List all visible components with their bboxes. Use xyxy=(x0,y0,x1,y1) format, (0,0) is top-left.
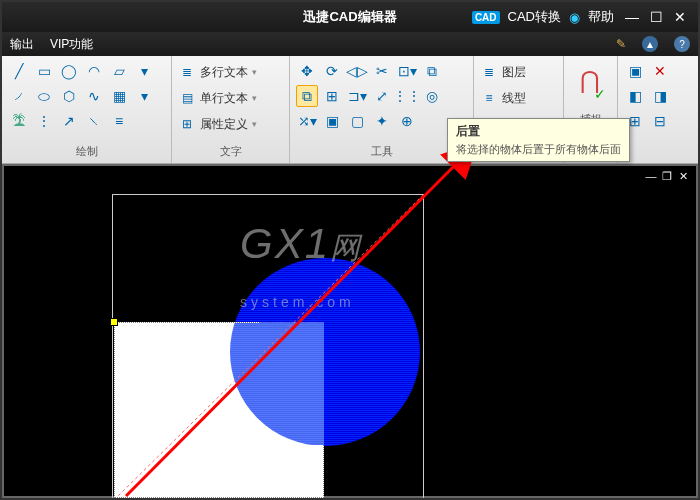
group-label-tools: 工具 xyxy=(296,142,467,161)
spline-icon[interactable]: ∿ xyxy=(83,85,105,107)
help-icon[interactable]: ◉ xyxy=(569,10,580,25)
mirror-icon[interactable]: ◁▷ xyxy=(346,60,368,82)
front-icon[interactable]: ▣ xyxy=(321,110,343,132)
close-button[interactable]: ✕ xyxy=(670,9,690,25)
array-icon[interactable]: ⋮⋮ xyxy=(396,85,418,107)
misc1-icon[interactable]: ▣ xyxy=(624,60,646,82)
point-icon[interactable]: ⋮ xyxy=(33,110,55,132)
layer-button[interactable]: ≣图层 xyxy=(480,60,557,84)
menu-output[interactable]: 输出 xyxy=(10,36,34,53)
scale-icon[interactable]: ⤢ xyxy=(371,85,393,107)
hatch-icon[interactable]: ▦ xyxy=(108,85,130,107)
polyline-icon[interactable]: ⟋ xyxy=(8,85,30,107)
circle-icon[interactable]: ◯ xyxy=(58,60,80,82)
xline-icon[interactable]: ⟍ xyxy=(83,110,105,132)
explode-icon[interactable]: ✦ xyxy=(371,110,393,132)
tooltip-body: 将选择的物体后置于所有物体后面 xyxy=(456,142,621,157)
line-icon[interactable]: ╱ xyxy=(8,60,30,82)
misc3-icon[interactable]: ◧ xyxy=(624,85,646,107)
tooltip: 后置 将选择的物体后置于所有物体后面 xyxy=(447,118,630,162)
copy-icon[interactable]: ⊐▾ xyxy=(346,85,368,107)
offset-icon[interactable]: ◎ xyxy=(421,85,443,107)
cad-convert-button[interactable]: CAD转换 xyxy=(504,8,565,26)
break-icon[interactable]: ⤮▾ xyxy=(296,110,318,132)
send-back-icon[interactable]: ⧉ xyxy=(296,85,318,107)
polygon-icon[interactable]: ⬡ xyxy=(58,85,80,107)
app-title: 迅捷CAD编辑器 xyxy=(303,8,396,26)
shape-icon[interactable]: ▱ xyxy=(108,60,130,82)
title-bar: 迅捷CAD编辑器 CAD CAD转换 ◉ 帮助 — ☐ ✕ xyxy=(2,2,698,32)
linetype-button[interactable]: ≡线型 xyxy=(480,86,557,110)
multiline-text-button[interactable]: ≣多行文本▾ xyxy=(178,60,283,84)
singleline-text-button[interactable]: ▤单行文本▾ xyxy=(178,86,283,110)
tooltip-title: 后置 xyxy=(456,123,621,140)
attr-def-button[interactable]: ⊞属性定义▾ xyxy=(178,112,283,136)
trim-icon[interactable]: ✂ xyxy=(371,60,393,82)
group-label-draw: 绘制 xyxy=(8,142,165,161)
rect-icon[interactable]: ▭ xyxy=(33,60,55,82)
ribbon-group-text: ≣多行文本▾ ▤单行文本▾ ⊞属性定义▾ 文字 xyxy=(172,56,290,163)
minimize-button[interactable]: — xyxy=(622,9,642,25)
misc2-icon[interactable]: ✕ xyxy=(649,60,671,82)
linetype-icon: ≡ xyxy=(480,89,498,107)
help-button[interactable]: 帮助 xyxy=(584,8,618,26)
group-label-text: 文字 xyxy=(178,142,283,161)
menu-bar: 输出 VIP功能 ✎ ▲ ? xyxy=(2,32,698,56)
more-icon[interactable]: ⊕ xyxy=(396,110,418,132)
dropdown2-icon[interactable]: ▾ xyxy=(133,85,155,107)
misc6-icon[interactable]: ⊟ xyxy=(649,110,671,132)
ribbon-group-draw: ╱ ▭ ◯ ◠ ▱ ▾ ⟋ ⬭ ⬡ ∿ ▦ ▾ 🏝 ⋮ ↗ ⟍ ≡ 绘制 xyxy=(2,56,172,163)
layer-icon: ≣ xyxy=(480,63,498,81)
grip-handle[interactable] xyxy=(110,318,118,326)
ellipse-icon[interactable]: ⬭ xyxy=(33,85,55,107)
move-icon[interactable]: ✥ xyxy=(296,60,318,82)
dropdown-icon[interactable]: ▾ xyxy=(133,60,155,82)
group-icon[interactable]: ⊞ xyxy=(321,85,343,107)
mline-icon[interactable]: ≡ xyxy=(108,110,130,132)
misc4-icon[interactable]: ◨ xyxy=(649,85,671,107)
ray-icon[interactable]: ↗ xyxy=(58,110,80,132)
menu-vip[interactable]: VIP功能 xyxy=(50,36,93,53)
back-icon[interactable]: ▢ xyxy=(346,110,368,132)
cad-badge-icon: CAD xyxy=(472,11,500,24)
drawing-canvas[interactable]: — ❐ ✕ GX1网 system.com xyxy=(2,164,698,498)
bring-front-icon[interactable]: ⧉ xyxy=(421,60,443,82)
select-icon[interactable]: ⊡▾ xyxy=(396,60,418,82)
pen-icon[interactable]: ✎ xyxy=(616,37,626,51)
image-icon[interactable]: 🏝 xyxy=(8,110,30,132)
arc-icon[interactable]: ◠ xyxy=(83,60,105,82)
stext-icon: ▤ xyxy=(178,89,196,107)
user-icon[interactable]: ▲ xyxy=(642,36,658,52)
attr-icon: ⊞ xyxy=(178,115,196,133)
rotate-icon[interactable]: ⟳ xyxy=(321,60,343,82)
info-icon[interactable]: ? xyxy=(674,36,690,52)
maximize-button[interactable]: ☐ xyxy=(646,9,666,25)
mtext-icon: ≣ xyxy=(178,63,196,81)
